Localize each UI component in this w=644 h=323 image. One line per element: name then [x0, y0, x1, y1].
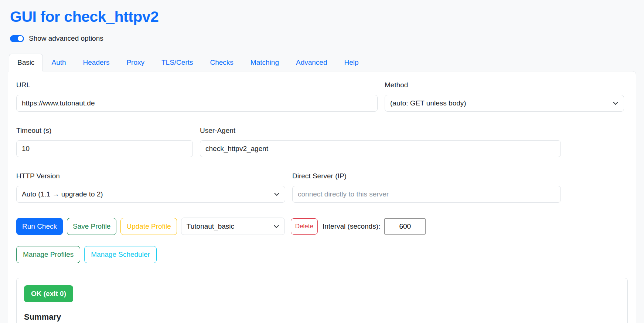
tab-headers[interactable]: Headers	[75, 54, 118, 71]
tab-bar: Basic Auth Headers Proxy TLS/Certs Check…	[9, 54, 636, 71]
timeout-field-group: Timeout (s)	[16, 127, 193, 157]
update-profile-button[interactable]: Update Profile	[120, 218, 177, 235]
http-version-field-group: HTTP Version Auto (1.1 → upgrade to 2)	[16, 172, 285, 203]
chevron-down-icon	[613, 100, 619, 106]
method-select[interactable]: (auto: GET unless body)	[385, 95, 624, 112]
url-field-group: URL	[16, 81, 378, 112]
advanced-options-label: Show advanced options	[29, 34, 103, 43]
basic-tab-panel: URL Method (auto: GET unless body) Timeo…	[8, 71, 636, 323]
manage-button-row: Manage Profiles Manage Scheduler	[16, 246, 628, 263]
user-agent-input[interactable]	[200, 140, 561, 157]
action-button-row: Run Check Save Profile Update Profile Tu…	[16, 218, 628, 235]
run-check-button[interactable]: Run Check	[16, 218, 63, 235]
summary-heading: Summary	[24, 312, 620, 322]
tab-matching[interactable]: Matching	[242, 54, 287, 71]
user-agent-label: User-Agent	[200, 127, 561, 135]
row-url-method: URL Method (auto: GET unless body)	[16, 81, 628, 112]
row-timeout-useragent: Timeout (s) User-Agent	[16, 127, 628, 157]
page-title: GUI for check_httpv2	[10, 8, 636, 26]
tab-proxy[interactable]: Proxy	[118, 54, 153, 71]
page: GUI for check_httpv2 Show advanced optio…	[0, 0, 644, 323]
manage-profiles-button[interactable]: Manage Profiles	[16, 246, 80, 263]
chevron-down-icon	[274, 191, 280, 197]
row-httpversion-directserver: HTTP Version Auto (1.1 → upgrade to 2) D…	[16, 172, 628, 203]
method-field-group: Method (auto: GET unless body)	[385, 81, 624, 112]
tab-checks[interactable]: Checks	[202, 54, 242, 71]
timeout-label: Timeout (s)	[16, 127, 193, 135]
profile-selected-value: Tutonaut_basic	[187, 222, 234, 231]
manage-scheduler-button[interactable]: Manage Scheduler	[84, 246, 157, 263]
http-version-label: HTTP Version	[16, 172, 285, 180]
direct-server-field-group: Direct Server (IP)	[292, 172, 561, 203]
result-panel: OK (exit 0) Summary	[16, 278, 628, 323]
advanced-options-row: Show advanced options	[10, 34, 636, 43]
url-input[interactable]	[16, 95, 378, 112]
chevron-down-icon	[273, 223, 279, 229]
save-profile-button[interactable]: Save Profile	[67, 218, 116, 235]
interval-input[interactable]	[384, 218, 426, 235]
toggle-knob	[18, 36, 23, 41]
method-selected-value: (auto: GET unless body)	[390, 99, 466, 107]
advanced-options-toggle[interactable]	[10, 35, 24, 42]
user-agent-field-group: User-Agent	[200, 127, 561, 157]
tab-advanced[interactable]: Advanced	[287, 54, 336, 71]
status-badge: OK (exit 0)	[24, 285, 73, 302]
profile-select[interactable]: Tutonaut_basic	[181, 218, 285, 235]
method-label: Method	[385, 81, 624, 89]
tab-basic[interactable]: Basic	[9, 54, 43, 71]
url-label: URL	[16, 81, 378, 89]
timeout-input[interactable]	[16, 140, 193, 157]
tab-help[interactable]: Help	[335, 54, 367, 71]
interval-label: Interval (seconds):	[323, 222, 380, 231]
http-version-selected-value: Auto (1.1 → upgrade to 2)	[22, 190, 103, 198]
direct-server-input[interactable]	[292, 186, 561, 203]
delete-profile-button[interactable]: Delete	[291, 218, 318, 235]
tab-tls-certs[interactable]: TLS/Certs	[153, 54, 202, 71]
tab-auth[interactable]: Auth	[43, 54, 74, 71]
http-version-select[interactable]: Auto (1.1 → upgrade to 2)	[16, 186, 285, 203]
direct-server-label: Direct Server (IP)	[292, 172, 561, 180]
